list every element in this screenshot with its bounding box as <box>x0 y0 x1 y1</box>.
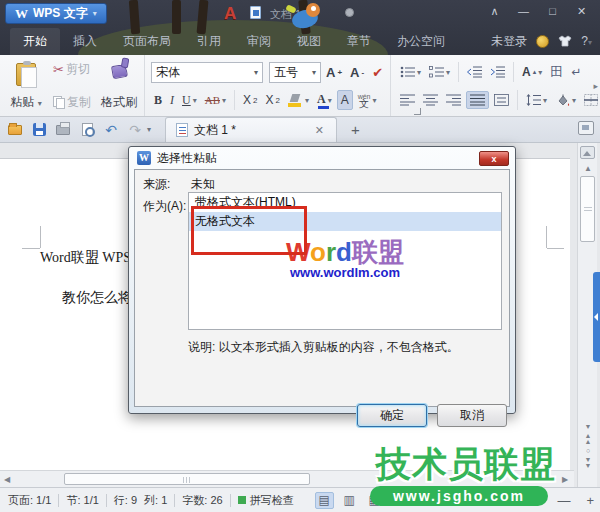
italic-button[interactable]: I <box>167 91 177 110</box>
grow-font-button[interactable]: A+ <box>323 63 345 82</box>
wordlm-url: www.wordlm.com <box>189 266 501 280</box>
paste-as-listbox[interactable]: 带格式文本(HTML) 无格式文本 Word联盟 www.wordlm.com <box>188 192 502 330</box>
tab-review[interactable]: 审阅 <box>234 28 284 55</box>
align-center-button[interactable] <box>420 92 441 108</box>
task-pane-icon[interactable] <box>580 146 595 159</box>
scroll-right-icon[interactable]: ▶ <box>558 471 572 488</box>
list-item-unformatted-text[interactable]: 无格式文本 <box>189 212 501 231</box>
tab-home[interactable]: 开始 <box>10 28 60 55</box>
increase-indent-button[interactable] <box>487 64 508 80</box>
paste-button[interactable]: 粘贴 ▾ <box>6 59 46 113</box>
page-view-button[interactable]: ▤ <box>315 492 334 509</box>
account-area: 未登录 ?▾ <box>491 27 592 55</box>
source-label: 来源: <box>143 176 170 193</box>
shading-button[interactable]: ▾ <box>552 92 579 109</box>
scroll-left-icon[interactable]: ◀ <box>0 471 14 488</box>
close-button[interactable]: ✕ <box>569 4 594 20</box>
line-spacing-button[interactable]: ▾ <box>523 92 550 108</box>
borders-icon <box>584 94 598 106</box>
scroll-down-icon[interactable]: ▼ <box>585 424 592 430</box>
watermark-site-name: 技术员联盟 <box>376 441 556 488</box>
status-word-count[interactable]: 字数: 26 <box>182 493 222 508</box>
close-tab-icon[interactable]: ✕ <box>313 124 326 137</box>
divider <box>106 494 107 507</box>
spell-check-button[interactable]: ✔ <box>369 63 386 82</box>
skin-tshirt-icon[interactable] <box>558 35 572 47</box>
bullets-button[interactable]: ▾ <box>397 64 424 80</box>
distribute-button[interactable] <box>491 92 512 108</box>
tab-page-layout[interactable]: 页面布局 <box>110 28 184 55</box>
font-name-value: 宋体 <box>156 64 180 81</box>
tab-insert[interactable]: 插入 <box>60 28 110 55</box>
task-pane-handle[interactable] <box>593 272 600 362</box>
zoom-in-button[interactable]: + <box>586 493 594 508</box>
copy-button[interactable]: 复制 <box>50 92 94 113</box>
new-tab-button[interactable]: + <box>343 121 368 138</box>
cut-button[interactable]: ✂ 剪切 <box>50 59 94 80</box>
collapse-ribbon-button[interactable]: ∧ <box>482 4 507 20</box>
save-button[interactable] <box>30 121 48 139</box>
font-color-button[interactable]: A ▾ <box>314 90 335 111</box>
font-dialog-launcher-icon[interactable] <box>414 108 421 115</box>
pinyin-guide-button[interactable]: wén 文 ▾ <box>355 91 380 109</box>
document-tab[interactable]: 文档 1 * ✕ <box>165 117 337 142</box>
minimize-button[interactable]: — <box>511 4 536 20</box>
previous-page-icon[interactable]: ▲▲ <box>585 433 592 445</box>
tab-view[interactable]: 视图 <box>284 28 334 55</box>
scroll-up-icon[interactable]: ▲ <box>578 164 598 173</box>
cut-label: 剪切 <box>66 61 90 78</box>
highlight-button[interactable]: ▾ <box>285 92 312 109</box>
tab-office-space[interactable]: 办公空间 <box>384 28 458 55</box>
paste-special-dialog: W 选择性粘贴 x 来源: 未知 作为(A): 带格式文本(HTML) 无格式文… <box>128 146 516 414</box>
numbering-button[interactable]: ▾ <box>426 64 453 80</box>
quick-access-bar: ↶ ↷ ▾ 文档 1 * ✕ + <box>0 117 600 143</box>
login-link[interactable]: 未登录 <box>491 33 527 50</box>
open-button[interactable] <box>6 121 24 139</box>
format-painter-button[interactable]: 格式刷 <box>98 59 140 113</box>
insert-table-button[interactable]: 田 <box>547 61 566 83</box>
quickbar-dropdown-icon[interactable]: ▾ <box>147 125 151 134</box>
print-button[interactable] <box>54 121 72 139</box>
vertical-scrollbar-thumb[interactable] <box>580 176 595 242</box>
tab-references[interactable]: 引用 <box>184 28 234 55</box>
next-page-icon[interactable]: ▼▼ <box>585 457 592 469</box>
ribbon-expand-icon[interactable]: ▸ <box>593 81 598 91</box>
show-marks-button[interactable]: ↵ <box>568 63 584 81</box>
outline-view-button[interactable]: ▥ <box>340 492 359 509</box>
align-right-button[interactable] <box>443 92 464 108</box>
text-tool-button[interactable]: A▴ ▾ <box>519 63 545 81</box>
print-preview-button[interactable] <box>78 121 96 139</box>
redo-button[interactable]: ↷ <box>126 121 144 139</box>
undo-button[interactable]: ↶ <box>102 121 120 139</box>
superscript-button[interactable]: X2 <box>240 91 260 109</box>
list-item-formatted-html[interactable]: 带格式文本(HTML) <box>189 193 501 212</box>
layout-switch-icon[interactable] <box>578 121 594 135</box>
help-button[interactable]: ?▾ <box>581 34 592 48</box>
select-browse-object-icon[interactable]: ○ <box>586 448 590 454</box>
dialog-close-button[interactable]: x <box>479 151 509 166</box>
maximize-button[interactable]: □ <box>540 4 565 20</box>
spell-check-status[interactable]: 拼写检查 <box>238 493 294 508</box>
bold-button[interactable]: B <box>151 91 165 110</box>
font-name-select[interactable]: 宋体 ▾ <box>151 62 263 83</box>
divider <box>58 494 59 507</box>
decrease-indent-button[interactable] <box>464 64 485 80</box>
zoom-out-button[interactable]: — <box>557 493 570 508</box>
shrink-font-button[interactable]: A- <box>347 63 367 82</box>
ok-button[interactable]: 确定 <box>357 404 427 427</box>
borders-button[interactable]: ▾ <box>581 92 600 108</box>
subscript-button[interactable]: X2 <box>262 91 282 109</box>
horizontal-scrollbar-thumb[interactable] <box>64 473 310 485</box>
cancel-button[interactable]: 取消 <box>437 404 507 427</box>
member-coin-icon[interactable] <box>536 35 549 48</box>
dialog-title-bar[interactable]: W 选择性粘贴 x <box>129 147 515 169</box>
wps-menu-button[interactable]: W WPS 文字 ▾ <box>5 3 107 24</box>
align-left-button[interactable] <box>397 92 418 108</box>
underline-button[interactable]: U▾ <box>179 91 200 110</box>
justify-button[interactable] <box>466 91 489 109</box>
divider <box>513 62 514 82</box>
char-shading-button[interactable]: A <box>337 90 353 110</box>
font-size-select[interactable]: 五号 ▾ <box>269 62 321 83</box>
strikethrough-button[interactable]: AB▾ <box>202 92 229 108</box>
tab-section[interactable]: 章节 <box>334 28 384 55</box>
